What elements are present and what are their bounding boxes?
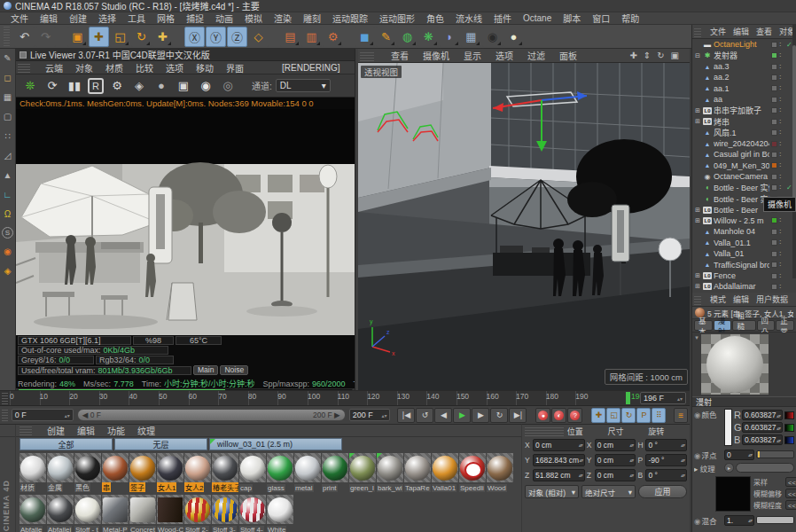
material-swatch[interactable]: glass bbox=[267, 453, 293, 492]
expand-icon[interactable]: ⊞ bbox=[694, 283, 701, 290]
sampler-value-field[interactable]: <<多重 bbox=[785, 500, 796, 510]
visibility-dots[interactable]: ∶ bbox=[779, 74, 784, 82]
channel-gradient-slider[interactable] bbox=[784, 424, 794, 432]
visibility-dots[interactable]: ∶ bbox=[779, 106, 784, 114]
live-viewer-menu-grip[interactable] bbox=[18, 62, 30, 73]
material-preview[interactable]: ▾ bbox=[692, 332, 796, 396]
material-swatch[interactable]: 女人2 bbox=[184, 453, 211, 492]
expand-icon[interactable]: ⊞ bbox=[694, 272, 701, 279]
sampler-value-field[interactable]: <<多重 bbox=[785, 477, 796, 487]
visibility-dots[interactable]: ∶ bbox=[779, 129, 784, 137]
visibility-dots[interactable]: ∶ bbox=[779, 118, 784, 126]
material-swatch[interactable]: 金属 bbox=[47, 453, 74, 492]
texture-arrow-button[interactable]: ▸ bbox=[724, 463, 734, 473]
texture-preview-black[interactable] bbox=[715, 476, 751, 512]
coordinate-system[interactable]: ◇ bbox=[248, 27, 269, 47]
menu-item[interactable]: 工具 bbox=[122, 12, 151, 25]
noise-tab-button[interactable]: Noise bbox=[220, 365, 248, 375]
object-name[interactable]: 发射器 bbox=[714, 50, 769, 61]
preview-size-handle[interactable]: ▾ bbox=[692, 332, 701, 396]
object-name[interactable]: Bottle - Beer 实例.1 bbox=[714, 182, 769, 193]
material-menu-item[interactable]: 创建 bbox=[41, 424, 71, 437]
object-name[interactable]: aa.3 bbox=[714, 62, 769, 71]
enable-snap[interactable]: Ω bbox=[1, 207, 14, 221]
visibility-dots[interactable]: ∶ bbox=[779, 96, 784, 104]
live-viewer-menu-item[interactable]: 比较 bbox=[129, 61, 160, 74]
reset-render[interactable]: R bbox=[88, 78, 104, 94]
object-row[interactable]: OctaneLight ∶ ✓ bbox=[692, 39, 796, 50]
object-row[interactable]: Valla_01 ∶ ✓ bbox=[692, 248, 796, 259]
material-swatch[interactable]: 串 bbox=[102, 453, 129, 492]
object-name[interactable]: Bottle - Beer bbox=[714, 206, 769, 215]
layer-chip[interactable] bbox=[771, 217, 777, 223]
region-render[interactable]: ▣ bbox=[175, 77, 192, 95]
lock-resolution[interactable]: ◈ bbox=[130, 77, 148, 95]
material-swatch[interactable]: Abfalle bbox=[20, 495, 46, 532]
pause-render[interactable]: ▮▮ bbox=[66, 77, 83, 95]
material-swatch[interactable]: Wood bbox=[487, 453, 513, 492]
layer-chip[interactable] bbox=[771, 262, 777, 268]
layer-chip[interactable] bbox=[771, 119, 777, 125]
attribute-manager-grip[interactable] bbox=[694, 294, 701, 305]
layer-chip[interactable] bbox=[771, 129, 777, 136]
visibility-dots[interactable]: ∶ bbox=[779, 151, 784, 159]
menu-item[interactable]: 帮助 bbox=[616, 12, 644, 25]
visibility-dots[interactable]: ∶ bbox=[779, 250, 784, 258]
material-swatch[interactable]: 材质 bbox=[20, 453, 46, 492]
material-swatch[interactable]: TapaRe bbox=[404, 453, 431, 492]
size-value-field[interactable]: 0 cm▴▾ bbox=[595, 454, 636, 466]
layer-chip[interactable] bbox=[771, 251, 777, 257]
visibility-dots[interactable]: ∶ bbox=[779, 161, 784, 169]
object-row[interactable]: Bottle - Beer 实例.1 ∶ ✓ bbox=[692, 182, 796, 192]
object-name[interactable]: TrafficSignal broken bbox=[714, 261, 769, 270]
main-tab-button[interactable]: Main bbox=[193, 365, 218, 375]
material-swatch[interactable]: print bbox=[322, 453, 348, 492]
object-name[interactable]: OctaneCamera bbox=[714, 172, 769, 181]
material-swatch[interactable]: 女人1 bbox=[157, 453, 183, 492]
key-scale[interactable]: ◱ bbox=[606, 408, 620, 423]
pos-value-field[interactable]: 0 cm▴▾ bbox=[533, 439, 585, 451]
goto-prev-key[interactable]: ↺ bbox=[416, 408, 433, 423]
attribute-menu-item[interactable]: 编辑 bbox=[730, 293, 753, 305]
menu-item[interactable]: 文件 bbox=[5, 12, 34, 25]
kernel-settings[interactable]: ⚙ bbox=[108, 77, 126, 95]
attribute-menu-item[interactable]: 用户数据 bbox=[753, 293, 792, 305]
visibility-dots[interactable]: ∶ bbox=[779, 261, 784, 269]
menu-item[interactable]: 选择 bbox=[93, 12, 121, 25]
object-row[interactable]: ⊞ Fence ∶ ✓ bbox=[692, 270, 796, 281]
menu-item[interactable]: 窗口 bbox=[587, 12, 615, 25]
end-frame-field[interactable]: 200 F▴▾ bbox=[349, 409, 391, 421]
material-swatch[interactable]: 黑色 bbox=[74, 453, 101, 492]
material-layer-tab[interactable]: 无层 bbox=[114, 438, 207, 450]
material-swatch[interactable]: Stoff 4- bbox=[239, 495, 266, 532]
live-viewer-menu-item[interactable]: 对象 bbox=[69, 61, 99, 74]
menu-item[interactable]: 编辑 bbox=[35, 12, 63, 25]
object-name[interactable]: 烤串 bbox=[714, 116, 769, 128]
render-picture-viewer[interactable]: ▥ bbox=[301, 27, 322, 47]
play[interactable]: ▶ bbox=[453, 408, 471, 423]
open-timeline-button[interactable]: ≡ bbox=[674, 408, 688, 423]
object-list-scrollbar[interactable] bbox=[792, 25, 796, 278]
layer-chip[interactable] bbox=[771, 85, 777, 91]
focus-picker[interactable]: ◉ bbox=[197, 77, 215, 95]
visibility-dots[interactable]: ∶ bbox=[779, 63, 784, 71]
visibility-dots[interactable]: ∶ bbox=[779, 283, 784, 291]
menu-item[interactable]: Octane bbox=[518, 13, 557, 23]
coordinates-grip[interactable] bbox=[525, 426, 564, 436]
object-row[interactable]: aa.1 ∶ ✓ bbox=[692, 83, 796, 94]
visibility-dots[interactable]: ∶ bbox=[779, 216, 784, 224]
lock-y-axis[interactable]: Ⓨ bbox=[206, 27, 226, 47]
restart-render[interactable]: ⟳ bbox=[43, 77, 61, 95]
view-label[interactable]: 透视视图 bbox=[361, 66, 402, 78]
add-camera[interactable]: ◉ bbox=[482, 27, 503, 47]
object-name[interactable]: Fence bbox=[714, 271, 769, 280]
material-swatch[interactable]: green_l bbox=[349, 453, 376, 492]
visibility-dots[interactable]: ∶ bbox=[779, 41, 784, 49]
visibility-dots[interactable]: ∶ bbox=[779, 84, 784, 92]
object-manager-menu-item[interactable]: 查看 bbox=[753, 26, 776, 37]
attribute-tab[interactable]: 粗糙度 bbox=[732, 320, 755, 331]
zoom-view[interactable]: ⇕ bbox=[642, 51, 652, 60]
enable-axis[interactable]: ∟ bbox=[1, 188, 14, 201]
model-mode[interactable]: ◻ bbox=[1, 71, 14, 84]
menu-item[interactable]: 雕刻 bbox=[298, 12, 326, 25]
